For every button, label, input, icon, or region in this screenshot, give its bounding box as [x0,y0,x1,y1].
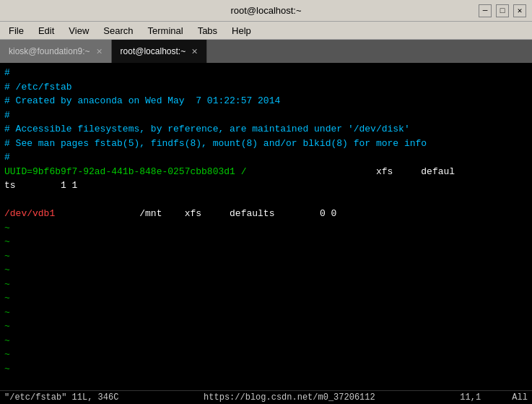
menu-help[interactable]: Help [226,24,257,38]
status-position: 11,1 All [460,392,528,403]
line-10 [4,193,528,207]
line-11: /dev/vdb1 /mnt xfs defaults 0 0 [4,207,528,221]
line-15: ~ [4,263,528,278]
line-22: ~ [4,362,528,377]
line-18: ~ [4,306,528,320]
line-1: # [4,66,528,80]
menu-search[interactable]: Search [97,24,139,38]
line-7: # [4,150,528,165]
minimize-button[interactable]: ─ [479,4,492,17]
status-url: https://blog.csdn.net/m0_37206112 [204,392,375,403]
line-13: ~ [4,235,528,249]
tab-kiosk-close[interactable]: ✕ [96,47,103,56]
tab-kiosk-label: kiosk@foundation9:~ [9,46,90,56]
status-file-info: "/etc/fstab" 11L, 346C [4,392,118,403]
menu-tabs[interactable]: Tabs [192,24,223,38]
line-5: # Accessible filesystems, by reference, … [4,122,528,137]
terminal[interactable]: # # /etc/fstab # Created by anaconda on … [0,63,532,404]
title-bar: root@localhost:~ ─ □ ✕ [0,0,532,22]
tab-kiosk[interactable]: kiosk@foundation9:~ ✕ [0,40,112,63]
line-19: ~ [4,319,528,334]
tab-bar: kiosk@foundation9:~ ✕ root@localhost:~ ✕ [0,40,532,63]
menu-file[interactable]: File [3,24,30,38]
line-9: ts 1 1 [4,179,528,193]
tab-root-label: root@localhost:~ [121,46,186,56]
line-8: UUID=9bf6b9f7-92ad-441b-848e-0257cbb803d… [4,165,528,179]
line-12: ~ [4,221,528,236]
line-14: ~ [4,249,528,264]
title-bar-controls: ─ □ ✕ [479,4,526,17]
line-21: ~ [4,348,528,362]
menu-edit[interactable]: Edit [32,24,60,38]
maximize-button[interactable]: □ [496,4,509,17]
status-bar: "/etc/fstab" 11L, 346C https://blog.csdn… [0,390,532,404]
tab-root[interactable]: root@localhost:~ ✕ [112,40,208,63]
tab-root-close[interactable]: ✕ [191,47,198,56]
close-button[interactable]: ✕ [513,4,526,17]
line-2: # /etc/fstab [4,80,528,95]
line-4: # [4,108,528,123]
menu-view[interactable]: View [63,24,95,38]
line-6: # See man pages fstab(5), findfs(8), mou… [4,137,528,151]
line-20: ~ [4,334,528,348]
menu-terminal[interactable]: Terminal [142,24,189,38]
menu-bar: File Edit View Search Terminal Tabs Help [0,22,532,40]
line-16: ~ [4,278,528,292]
title-bar-title: root@localhost:~ [230,5,301,16]
line-17: ~ [4,291,528,306]
line-3: # Created by anaconda on Wed May 7 01:22… [4,94,528,108]
